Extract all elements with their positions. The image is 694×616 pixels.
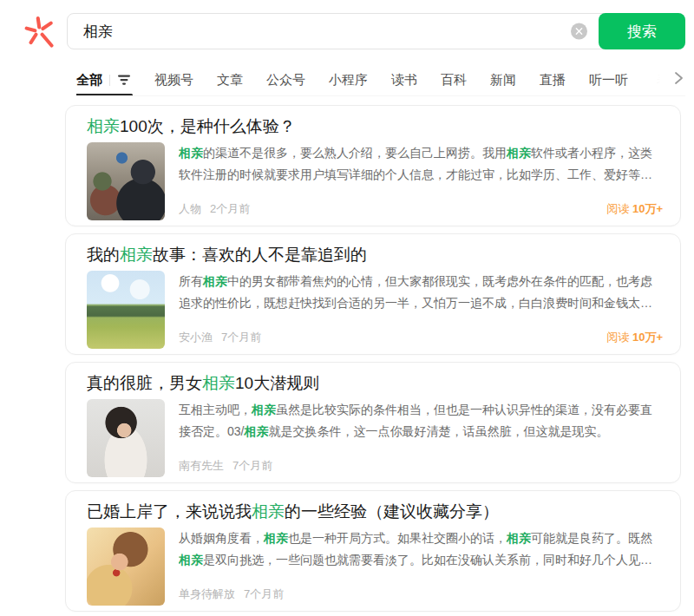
highlighted-keyword: 相亲	[179, 553, 203, 567]
result-meta-row: 南有先生 7个月前	[179, 458, 663, 477]
result-source: 南有先生	[179, 458, 224, 474]
result-source: 单身待解放	[179, 587, 235, 602]
result-texts: 所有相亲中的男女都带着焦灼的心情，但大家都很现实，既考虑外在条件的匹配，也考虑追…	[179, 271, 663, 349]
chevron-right-icon	[671, 69, 685, 89]
result-snippet: 所有相亲中的男女都带着焦灼的心情，但大家都很现实，既考虑外在条件的匹配，也考虑追…	[179, 271, 663, 314]
result-meta: 人物 2个月前	[179, 201, 250, 217]
tab-item[interactable]: 读书	[391, 63, 417, 95]
result-snippet: 相亲的渠道不是很多，要么熟人介绍，要么自己上网捞。我用相亲软件或者小程序，这类软…	[179, 142, 663, 186]
result-time: 7个月前	[232, 458, 272, 474]
result-meta-row: 安小渔 7个月前 阅读 10万+	[179, 330, 663, 349]
highlighted-keyword: 相亲	[507, 531, 531, 545]
result-time: 2个月前	[210, 201, 250, 217]
result-thumbnail[interactable]	[87, 528, 165, 606]
search-results-page: 搜索 全部视频号文章公众号小程序读书百科新闻直播听一听 表 相亲100次，是种什…	[0, 0, 694, 616]
result-time: 7个月前	[221, 330, 261, 345]
tab-item[interactable]: 视频号	[154, 63, 193, 95]
clear-search-icon[interactable]	[571, 23, 587, 40]
result-card[interactable]: 相亲100次，是种什么体验？ 相亲的渠道不是很多，要么熟人介绍，要么自己上网捞。…	[65, 105, 681, 226]
tab-item-partial[interactable]: 表	[657, 63, 670, 96]
result-snippet: 从婚姻角度看，相亲也是一种开局方式。如果社交圈小的话，相亲可能就是良药了。既然相…	[179, 528, 663, 571]
tab-item[interactable]: 公众号	[266, 63, 305, 95]
result-title[interactable]: 我的相亲故事：喜欢的人不是靠追到的	[87, 245, 663, 265]
tab-item[interactable]: 小程序	[329, 63, 368, 95]
result-snippet: 互相主动吧，相亲虽然是比较实际的条件相当，但也是一种认识异性的渠道，没有必要直接…	[179, 399, 663, 442]
tab-divider	[109, 75, 110, 86]
result-texts: 互相主动吧，相亲虽然是比较实际的条件相当，但也是一种认识异性的渠道，没有必要直接…	[179, 399, 663, 477]
result-title[interactable]: 已婚上岸了，来说说我相亲的一些经验（建议收藏分享）	[87, 501, 663, 522]
result-thumbnail[interactable]	[87, 142, 165, 220]
result-card[interactable]: 我的相亲故事：喜欢的人不是靠追到的 所有相亲中的男女都带着焦灼的心情，但大家都很…	[65, 233, 681, 355]
result-meta-row: 单身待解放 7个月前	[179, 587, 663, 606]
result-texts: 从婚姻角度看，相亲也是一种开局方式。如果社交圈小的话，相亲可能就是良药了。既然相…	[179, 528, 663, 606]
read-label: 阅读	[606, 202, 629, 215]
result-title[interactable]: 真的很脏，男女相亲10大潜规则	[87, 373, 663, 394]
highlighted-keyword: 相亲	[120, 246, 153, 264]
tabs-scroll: 全部视频号文章公众号小程序读书百科新闻直播听一听	[76, 63, 633, 95]
highlighted-keyword: 相亲	[203, 274, 227, 288]
result-time: 7个月前	[244, 587, 284, 602]
result-body: 相亲的渠道不是很多，要么熟人介绍，要么自己上网捞。我用相亲软件或者小程序，这类软…	[87, 142, 663, 220]
tab-item-active[interactable]: 全部	[76, 63, 131, 95]
result-thumbnail[interactable]	[87, 271, 165, 349]
tab-bar: 全部视频号文章公众号小程序读书百科新闻直播听一听 表	[76, 63, 685, 96]
result-meta: 南有先生 7个月前	[179, 458, 272, 474]
result-meta-row: 人物 2个月前 阅读 10万+	[179, 201, 663, 220]
result-thumbnail[interactable]	[87, 399, 165, 477]
result-title[interactable]: 相亲100次，是种什么体验？	[87, 116, 663, 137]
result-texts: 相亲的渠道不是很多，要么熟人介绍，要么自己上网捞。我用相亲软件或者小程序，这类软…	[179, 142, 663, 220]
result-body: 所有相亲中的男女都带着焦灼的心情，但大家都很现实，既考虑外在条件的匹配，也考虑追…	[87, 271, 663, 349]
result-meta: 单身待解放 7个月前	[179, 587, 284, 602]
search-bar: 搜索	[67, 13, 685, 49]
read-number: 10万+	[632, 202, 663, 215]
result-meta: 安小渔 7个月前	[179, 330, 261, 345]
result-source: 安小渔	[179, 330, 213, 345]
search-input[interactable]	[67, 13, 685, 49]
tab-item[interactable]: 新闻	[490, 63, 516, 95]
read-number: 10万+	[632, 331, 663, 344]
search-header: 搜索	[0, 0, 694, 49]
result-card[interactable]: 真的很脏，男女相亲10大潜规则 互相主动吧，相亲虽然是比较实际的条件相当，但也是…	[65, 362, 681, 483]
wechat-search-logo-icon[interactable]	[24, 15, 56, 48]
result-source: 人物	[179, 201, 201, 217]
filter-icon[interactable]	[117, 74, 131, 86]
tab-item[interactable]: 百科	[441, 63, 467, 95]
read-label: 阅读	[606, 331, 629, 344]
highlighted-keyword: 相亲	[264, 531, 288, 545]
tab-label: 全部	[76, 72, 102, 88]
result-body: 互相主动吧，相亲虽然是比较实际的条件相当，但也是一种认识异性的渠道，没有必要直接…	[87, 399, 663, 477]
result-body: 从婚姻角度看，相亲也是一种开局方式。如果社交圈小的话，相亲可能就是良药了。既然相…	[87, 528, 663, 606]
tab-item[interactable]: 文章	[217, 63, 243, 95]
highlighted-keyword: 相亲	[507, 146, 531, 160]
highlighted-keyword: 相亲	[252, 502, 285, 521]
search-button[interactable]: 搜索	[599, 13, 685, 49]
read-count: 阅读 10万+	[606, 201, 663, 217]
tab-item[interactable]: 直播	[540, 63, 566, 95]
highlighted-keyword: 相亲	[87, 117, 120, 135]
result-card[interactable]: 已婚上岸了，来说说我相亲的一些经验（建议收藏分享） 从婚姻角度看，相亲也是一种开…	[65, 490, 681, 612]
highlighted-keyword: 相亲	[179, 146, 203, 160]
highlighted-keyword: 相亲	[244, 424, 268, 438]
highlighted-keyword: 相亲	[202, 374, 235, 392]
more-tabs-button[interactable]	[671, 63, 685, 95]
results-list: 相亲100次，是种什么体验？ 相亲的渠道不是很多，要么熟人介绍，要么自己上网捞。…	[65, 105, 681, 612]
read-count: 阅读 10万+	[606, 330, 663, 345]
tab-item[interactable]: 听一听	[589, 63, 628, 95]
highlighted-keyword: 相亲	[252, 403, 276, 416]
